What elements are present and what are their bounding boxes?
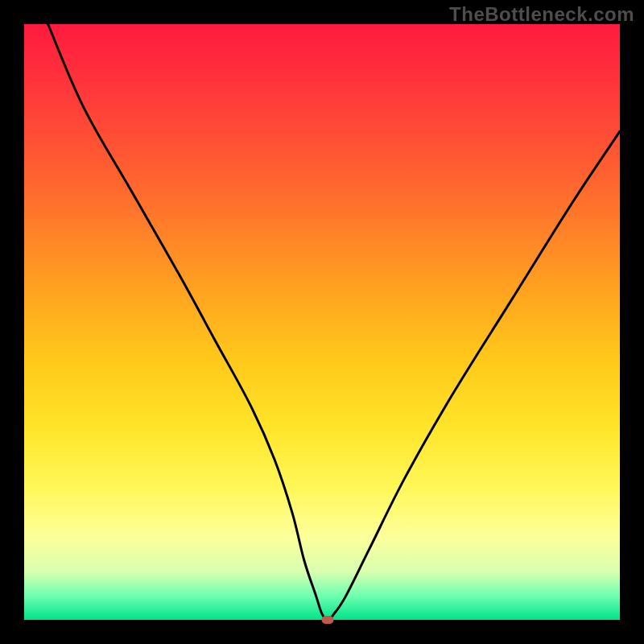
chart-frame: TheBottleneck.com (0, 0, 644, 644)
bottleneck-curve (48, 24, 620, 620)
plot-area (24, 24, 620, 620)
optimal-point-marker (322, 616, 334, 624)
curve-svg (24, 24, 620, 620)
watermark-text: TheBottleneck.com (449, 3, 634, 26)
